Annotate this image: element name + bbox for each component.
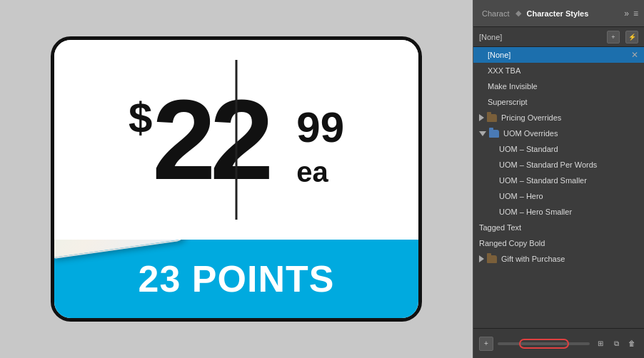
style-item-tagged-text[interactable]: Tagged Text: [473, 220, 644, 235]
price-left: $ 22: [129, 83, 289, 197]
pricing-overrides-label: Pricing Overrides: [501, 113, 561, 122]
styles-list: [None] ✕ XXX TBA Make Invisible Superscr…: [473, 47, 644, 328]
gift-with-purchase-triangle: [479, 255, 484, 262]
price-right: 99 ea: [289, 92, 344, 188]
price-whole: 22: [152, 83, 268, 197]
style-item-uom-standard[interactable]: UOM – Standard: [473, 141, 644, 157]
style-item-none[interactable]: [None] ✕: [473, 47, 644, 63]
uom-standard-label: UOM – Standard: [499, 145, 558, 153]
price-area: $ 22 99 ea: [54, 40, 418, 240]
character-styles-panel: Charact ◆ Character Styles » ≡ [None] + …: [473, 0, 644, 358]
panel-menu-icon[interactable]: ≡: [633, 9, 638, 19]
style-item-make-invisible[interactable]: Make Invisible: [473, 78, 644, 94]
slider-indicator: [519, 339, 569, 349]
tagged-text-label: Tagged Text: [479, 223, 521, 232]
style-item-xxx-tba[interactable]: XXX TBA: [473, 63, 644, 78]
toolbar-current-style: [None]: [479, 33, 601, 41]
panel-header: Charact ◆ Character Styles » ≡: [473, 0, 644, 27]
uom-overrides-label: UOM Overrides: [503, 129, 558, 138]
uom-standard-per-words-label: UOM – Standard Per Words: [499, 160, 597, 169]
style-superscript-label: Superscript: [488, 98, 528, 106]
panel-bottom-toolbar: + ⊞ ⧉ 🗑: [473, 328, 644, 358]
panel-toolbar: [None] + ⚡: [473, 27, 644, 47]
uom-hero-smaller-label: UOM – Hero Smaller: [499, 208, 572, 216]
style-group-uom-overrides[interactable]: UOM Overrides: [473, 126, 644, 141]
dollar-sign: $: [129, 97, 152, 140]
style-make-invisible-label: Make Invisible: [488, 82, 538, 91]
uom-standard-smaller-label: UOM – Standard Smaller: [499, 176, 587, 185]
bottom-slider-area: [498, 337, 590, 350]
points-banner: 23 POINTS: [54, 240, 418, 318]
panel-tab-inactive[interactable]: Charact: [479, 8, 513, 19]
uom-overrides-triangle: [479, 131, 486, 136]
pricing-overrides-folder-icon: [487, 114, 497, 122]
style-item-uom-standard-smaller[interactable]: UOM – Standard Smaller: [473, 173, 644, 188]
bottom-icons: ⊞ ⧉ 🗑: [594, 337, 638, 350]
pricing-overrides-triangle: [479, 114, 484, 121]
bottom-new-style-btn[interactable]: ⊞: [594, 337, 607, 350]
price-divider: [236, 60, 238, 220]
bottom-delete-btn[interactable]: 🗑: [625, 337, 638, 350]
toolbar-add-btn[interactable]: +: [607, 31, 620, 44]
style-item-superscript[interactable]: Superscript: [473, 94, 644, 110]
panel-tab-separator: ◆: [515, 9, 521, 18]
price-card: living rewards $ 22 99 ea 23 POINTS: [51, 36, 422, 322]
uom-hero-label: UOM – Hero: [499, 192, 543, 200]
gift-with-purchase-folder-icon: [487, 255, 497, 263]
bottom-add-btn[interactable]: +: [479, 337, 493, 351]
style-item-uom-standard-per-words[interactable]: UOM – Standard Per Words: [473, 157, 644, 173]
expand-icon[interactable]: »: [624, 9, 629, 19]
panel-header-icons: » ≡: [624, 9, 638, 19]
style-item-uom-hero-smaller[interactable]: UOM – Hero Smaller: [473, 204, 644, 220]
points-text: 23 POINTS: [139, 257, 335, 300]
price-cents: 99: [296, 106, 344, 149]
style-none-label: [None]: [488, 51, 510, 59]
slider-track: [498, 342, 590, 345]
ranged-copy-bold-label: Ranged Copy Bold: [479, 239, 545, 247]
panel-tab-active[interactable]: Character Styles: [524, 8, 592, 19]
style-group-gift-with-purchase[interactable]: Gift with Purchase: [473, 251, 644, 267]
style-xxx-tba-label: XXX TBA: [488, 66, 520, 75]
style-item-uom-hero[interactable]: UOM – Hero: [473, 188, 644, 204]
gift-with-purchase-label: Gift with Purchase: [501, 255, 565, 263]
style-group-pricing-overrides[interactable]: Pricing Overrides: [473, 110, 644, 126]
style-item-ranged-copy-bold[interactable]: Ranged Copy Bold: [473, 235, 644, 251]
toolbar-lightning-btn[interactable]: ⚡: [625, 31, 638, 44]
style-none-close[interactable]: ✕: [631, 50, 638, 60]
left-panel: living rewards $ 22 99 ea 23 POINTS: [0, 0, 473, 358]
bottom-duplicate-btn[interactable]: ⧉: [610, 337, 623, 350]
uom-overrides-folder-icon: [489, 130, 499, 138]
price-unit: ea: [296, 156, 328, 188]
